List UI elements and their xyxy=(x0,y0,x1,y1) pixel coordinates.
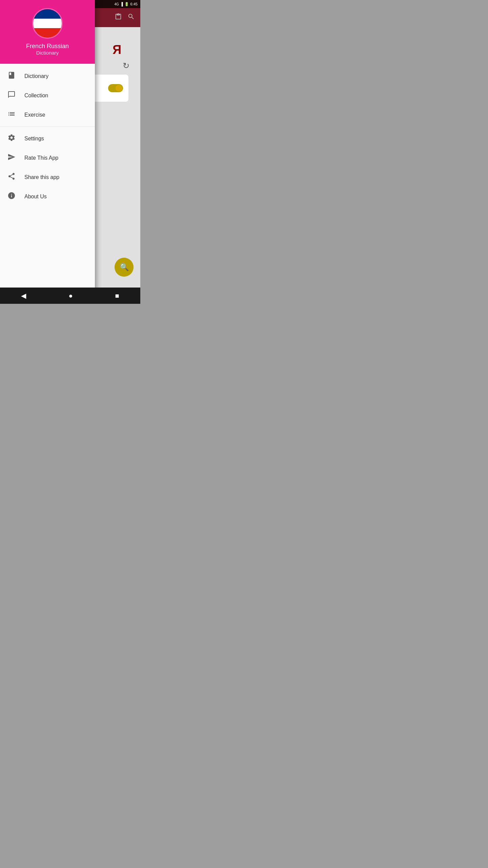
rate-label: Rate This App xyxy=(24,155,58,161)
drawer-item-share[interactable]: Share this app xyxy=(0,167,95,187)
network-icon: 4G xyxy=(114,2,119,6)
back-button[interactable]: ◀ xyxy=(21,292,26,300)
drawer-item-collection[interactable]: Collection xyxy=(0,86,95,105)
drawer-app-title: French Russian xyxy=(26,43,69,50)
home-button[interactable]: ● xyxy=(68,292,73,300)
drawer-item-dictionary[interactable]: Dictionary xyxy=(0,66,95,86)
drawer-app-subtitle: Dictionary xyxy=(26,50,69,56)
signal-bars: ▐ xyxy=(120,2,123,6)
search-fab-icon: 🔍 xyxy=(120,263,129,272)
exercise-icon xyxy=(7,110,16,120)
gear-icon xyxy=(7,134,16,143)
collection-label: Collection xyxy=(24,93,48,99)
flag-red-stripe xyxy=(33,28,62,38)
settings-label: Settings xyxy=(24,136,44,142)
bg-title-char: Я xyxy=(113,43,121,57)
app-logo xyxy=(32,8,63,39)
about-label: About Us xyxy=(24,194,47,200)
search-toolbar-icon[interactable] xyxy=(127,13,135,22)
drawer-item-about[interactable]: About Us xyxy=(0,187,95,206)
recent-button[interactable]: ■ xyxy=(115,292,119,300)
navigation-bar: ◀ ● ■ xyxy=(0,288,140,304)
flag-blue-stripe xyxy=(33,9,62,19)
drawer-header: French Russian Dictionary xyxy=(0,0,95,64)
clipboard-icon[interactable] xyxy=(115,13,122,22)
toggle-knob xyxy=(116,85,122,92)
dictionary-label: Dictionary xyxy=(24,73,48,79)
toggle-switch[interactable] xyxy=(108,84,123,92)
drawer-item-exercise[interactable]: Exercise xyxy=(0,105,95,124)
send-icon xyxy=(7,153,16,163)
exercise-label: Exercise xyxy=(24,112,45,118)
navigation-drawer: French Russian Dictionary Dictionary Col… xyxy=(0,0,95,304)
share-label: Share this app xyxy=(24,174,59,180)
search-fab[interactable]: 🔍 xyxy=(115,258,134,277)
clock: 6:45 xyxy=(130,2,138,6)
drawer-menu: Dictionary Collection Exercise xyxy=(0,64,95,304)
drawer-item-rate[interactable]: Rate This App xyxy=(0,148,95,167)
info-icon xyxy=(7,192,16,201)
book-icon xyxy=(7,71,16,81)
menu-divider xyxy=(0,126,95,127)
chat-icon xyxy=(7,91,16,100)
battery-icon: 🔋 xyxy=(124,2,129,6)
flag-white-stripe xyxy=(33,19,62,28)
refresh-icon[interactable]: ↻ xyxy=(123,61,129,71)
share-icon xyxy=(7,172,16,182)
drawer-item-settings[interactable]: Settings xyxy=(0,129,95,148)
